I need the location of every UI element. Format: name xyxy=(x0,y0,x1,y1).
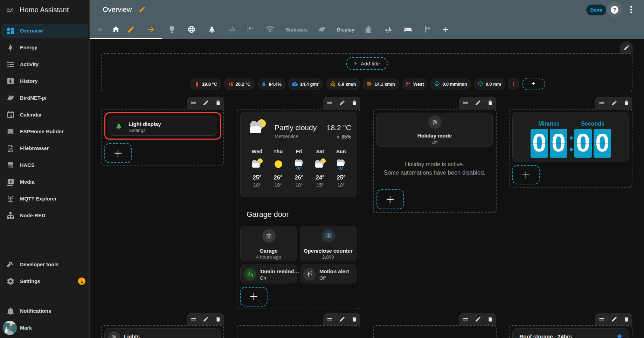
svg-text:HACS: HACS xyxy=(8,166,13,168)
svg-text:%: % xyxy=(294,83,296,85)
